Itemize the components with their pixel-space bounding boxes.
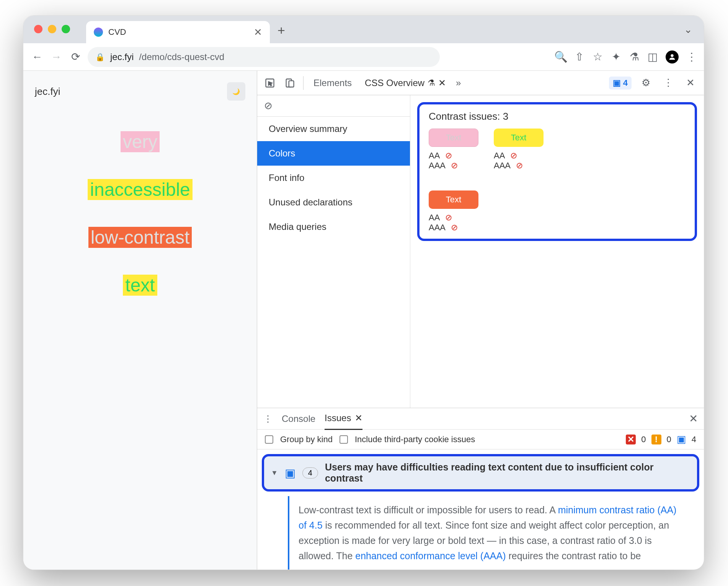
fail-icon: ⊘ — [445, 151, 452, 161]
menu-icon[interactable]: ⋮ — [686, 52, 697, 62]
fail-icon: ⊘ — [510, 151, 517, 161]
sample-text-3: low-contrast — [88, 227, 192, 248]
share-icon[interactable]: ⇧ — [574, 52, 584, 62]
chat-icon: ▣ — [285, 466, 295, 480]
contrast-panel: Contrast issues: 3 Text AA⊘ AAA⊘ Text AA… — [410, 95, 704, 408]
browser-tabstrip: CVD ✕ + ⌄ — [23, 16, 704, 43]
bookmark-icon[interactable]: ☆ — [592, 52, 603, 62]
drawer-tabstrip: ⋮ Console Issues ✕ ✕ — [257, 408, 704, 430]
info-count: 4 — [692, 435, 696, 444]
tab-console[interactable]: Console — [282, 413, 315, 424]
profile-avatar[interactable] — [666, 50, 679, 63]
kebab-icon[interactable]: ⋮ — [660, 77, 676, 89]
drawer-menu-icon[interactable]: ⋮ — [263, 413, 273, 424]
issue-title: Users may have difficulties reading text… — [325, 462, 690, 484]
sample-text-2: inaccessible — [88, 179, 192, 200]
new-tab-button[interactable]: + — [277, 23, 285, 38]
sidebar-item-colors[interactable]: Colors — [257, 141, 410, 166]
theme-toggle-button[interactable]: 🌙 — [227, 82, 245, 101]
url-host: jec.fyi — [110, 52, 134, 62]
moon-icon: 🌙 — [232, 88, 240, 95]
swatch-orange: Text — [429, 190, 478, 209]
sample-text-1: very — [121, 131, 160, 152]
error-count: 0 — [641, 435, 646, 444]
issues-badge[interactable]: ▣ 4 — [609, 77, 632, 90]
close-icon[interactable]: ✕ — [355, 413, 362, 423]
issue-count-badge: 4 — [302, 467, 318, 479]
warning-badge-icon: ! — [651, 435, 661, 444]
info-badge-icon: ▣ — [677, 433, 686, 445]
sidebar-item-media[interactable]: Media queries — [257, 215, 410, 239]
browser-toolbar: ← → ⟳ 🔒 jec.fyi/demo/cds-quest-cvd 🔍 ⇧ ☆… — [23, 43, 704, 71]
chat-icon: ▣ — [613, 78, 621, 88]
clear-icon[interactable]: ⊘ — [257, 95, 410, 117]
maximize-window-button[interactable] — [62, 25, 70, 33]
svg-point-0 — [671, 54, 673, 57]
url-path: /demo/cds-quest-cvd — [139, 52, 224, 62]
disclosure-triangle-icon[interactable]: ▼ — [271, 469, 278, 477]
labs-icon[interactable]: ⚗ — [629, 52, 640, 62]
device-icon[interactable] — [283, 77, 296, 90]
css-overview-sidebar: ⊘ Overview summary Colors Font info Unus… — [257, 95, 410, 408]
warning-count: 0 — [667, 435, 671, 444]
label-group-by-kind: Group by kind — [280, 435, 333, 444]
issue-header[interactable]: ▼ ▣ 4 Users may have difficulties readin… — [262, 454, 699, 492]
swatch-yellow: Text — [494, 129, 544, 147]
tab-issues[interactable]: Issues ✕ — [325, 413, 362, 430]
devtools-tabstrip: Elements CSS Overview ⚗ ✕ » ▣ 4 ⚙ ⋮ ✕ — [257, 71, 704, 95]
page-viewport: jec.fyi 🌙 very inaccessible low-contrast… — [23, 71, 257, 570]
close-devtools-icon[interactable]: ✕ — [683, 77, 698, 89]
devtools-drawer: ⋮ Console Issues ✕ ✕ Group by kind Inclu… — [257, 408, 704, 570]
tab-css-overview[interactable]: CSS Overview ⚗ ✕ — [362, 78, 449, 88]
fail-icon: ⊘ — [516, 161, 523, 171]
checkbox-third-party[interactable] — [340, 435, 348, 444]
sidebar-item-font[interactable]: Font info — [257, 166, 410, 190]
sidepanel-icon[interactable]: ◫ — [647, 52, 658, 62]
search-icon[interactable]: 🔍 — [555, 52, 566, 62]
issue-description: Low-contrast text is difficult or imposs… — [288, 496, 692, 570]
close-tab-icon[interactable]: ✕ — [254, 26, 262, 38]
contrast-swatch-2[interactable]: Text AA⊘ AAA⊘ — [494, 129, 544, 171]
contrast-highlight: Contrast issues: 3 Text AA⊘ AAA⊘ Text AA… — [417, 102, 697, 241]
fail-icon: ⊘ — [451, 223, 458, 233]
minimize-window-button[interactable] — [48, 25, 56, 33]
devtools-panel: Elements CSS Overview ⚗ ✕ » ▣ 4 ⚙ ⋮ ✕ ⊘ — [257, 71, 704, 570]
svg-rect-3 — [289, 81, 294, 87]
reload-button[interactable]: ⟳ — [69, 50, 82, 64]
tab-elements[interactable]: Elements — [310, 78, 355, 88]
issues-filter-row: Group by kind Include third-party cookie… — [257, 430, 704, 449]
extensions-icon[interactable]: ✦ — [610, 52, 621, 62]
forward-button[interactable]: → — [49, 50, 63, 64]
tab-title: CVD — [108, 27, 248, 37]
label-third-party: Include third-party cookie issues — [355, 435, 475, 444]
close-tab-icon[interactable]: ✕ — [438, 78, 446, 88]
settings-icon[interactable]: ⚙ — [638, 77, 653, 89]
lock-icon: 🔒 — [95, 52, 105, 62]
close-drawer-icon[interactable]: ✕ — [689, 412, 698, 425]
window-controls — [34, 25, 70, 33]
checkbox-group-by-kind[interactable] — [265, 435, 273, 444]
site-name: jec.fyi — [35, 86, 60, 98]
contrast-title: Contrast issues: 3 — [429, 111, 686, 122]
sidebar-item-unused[interactable]: Unused declarations — [257, 190, 410, 215]
sample-text-4: text — [123, 275, 157, 296]
favicon — [94, 28, 103, 37]
browser-tab[interactable]: CVD ✕ — [86, 21, 270, 43]
sidebar-item-overview[interactable]: Overview summary — [257, 117, 410, 141]
fail-icon: ⊘ — [451, 161, 458, 171]
fail-icon: ⊘ — [445, 213, 452, 223]
close-window-button[interactable] — [34, 25, 42, 33]
address-bar[interactable]: 🔒 jec.fyi/demo/cds-quest-cvd — [88, 47, 440, 67]
contrast-swatch-3[interactable]: Text AA⊘ AAA⊘ — [429, 190, 686, 233]
tabs-dropdown-icon[interactable]: ⌄ — [684, 24, 692, 36]
beaker-icon: ⚗ — [428, 78, 435, 88]
swatch-pink: Text — [429, 129, 478, 147]
contrast-swatch-1[interactable]: Text AA⊘ AAA⊘ — [429, 129, 478, 171]
link-aaa-level[interactable]: enhanced conformance level (AAA) — [355, 550, 506, 561]
inspect-icon[interactable] — [263, 77, 276, 90]
more-tabs-icon[interactable]: » — [456, 78, 461, 88]
error-badge-icon: ✕ — [626, 435, 636, 444]
back-button[interactable]: ← — [30, 50, 44, 64]
